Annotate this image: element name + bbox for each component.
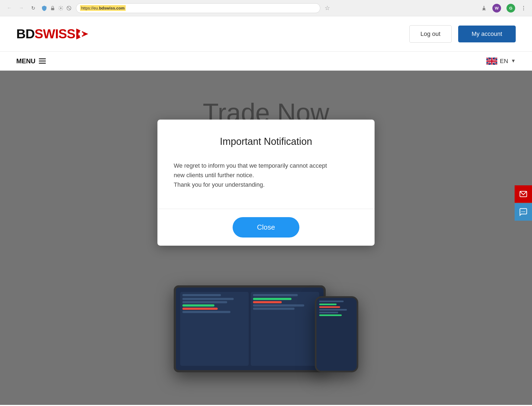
svg-point-6 <box>523 10 524 10</box>
logo[interactable]: BDSWISS <box>16 26 88 41</box>
lang-chevron-icon: ▼ <box>511 58 516 64</box>
menu-label-text: MENU <box>16 57 36 65</box>
my-account-button[interactable]: My account <box>458 26 516 42</box>
browser-menu-icon[interactable] <box>521 5 527 11</box>
menu-toggle[interactable]: MENU <box>16 57 46 65</box>
settings-icon <box>58 5 64 11</box>
modal-overlay: Important Notification We regret to info… <box>0 71 532 405</box>
mail-icon <box>519 190 527 198</box>
back-button[interactable]: ← <box>5 4 13 12</box>
lock-icon <box>50 5 55 11</box>
modal-body: Important Notification We regret to info… <box>157 120 375 209</box>
side-buttons <box>515 185 532 221</box>
hamburger-icon <box>39 58 46 64</box>
close-button[interactable]: Close <box>233 217 299 238</box>
chat-button[interactable] <box>515 203 532 221</box>
notification-modal: Important Notification We regret to info… <box>157 120 375 246</box>
browser-actions: W G <box>481 4 527 13</box>
lang-code: EN <box>500 58 508 65</box>
logo-swiss: SWISS <box>34 26 75 41</box>
svg-point-22 <box>524 211 525 212</box>
modal-text-line1: We regret to inform you that we temporar… <box>174 161 358 190</box>
shield-icon <box>41 5 47 11</box>
g-avatar[interactable]: G <box>506 4 515 13</box>
address-bar[interactable]: https://eu.bdswiss.com <box>76 3 320 13</box>
download-icon[interactable] <box>481 5 487 11</box>
main-content: Trade Now Important Notification We regr… <box>0 71 532 405</box>
svg-point-20 <box>522 211 522 212</box>
mail-button[interactable] <box>515 185 532 203</box>
bookmark-icon[interactable]: ☆ <box>325 5 330 12</box>
svg-point-21 <box>523 211 524 212</box>
chat-icon <box>519 208 527 216</box>
block-icon <box>66 5 72 11</box>
logout-button[interactable]: Log out <box>409 25 451 43</box>
header-actions: Log out My account <box>409 25 516 43</box>
forward-button[interactable]: → <box>17 4 25 12</box>
logo-bd: BD <box>16 26 34 41</box>
site-header: BDSWISS Log out My account <box>0 16 532 52</box>
refresh-button[interactable]: ↻ <box>29 4 37 12</box>
site-nav: MENU EN ▼ <box>0 52 532 71</box>
url-display: https://eu.bdswiss.com <box>80 5 126 11</box>
uk-flag-icon <box>486 58 497 65</box>
svg-point-5 <box>523 8 524 8</box>
svg-rect-0 <box>51 8 54 10</box>
logo-arrow-icon <box>76 29 88 39</box>
browser-chrome: ← → ↻ https://eu.bdswiss.com ☆ W G <box>0 0 532 16</box>
svg-point-4 <box>523 6 524 7</box>
language-selector[interactable]: EN ▼ <box>486 58 516 65</box>
modal-footer: Close <box>157 209 375 246</box>
svg-line-3 <box>67 7 71 10</box>
svg-rect-9 <box>80 31 82 37</box>
svg-point-1 <box>60 7 62 9</box>
w-avatar[interactable]: W <box>492 4 501 13</box>
modal-title: Important Notification <box>174 136 358 147</box>
security-icons <box>41 5 72 11</box>
